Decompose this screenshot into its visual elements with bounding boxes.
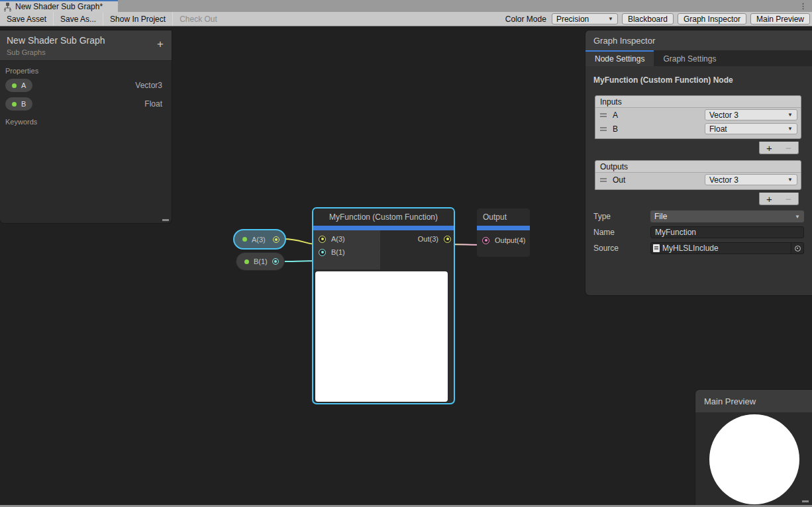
input-type-value: Vector 3 — [709, 111, 738, 120]
chevron-down-icon: ▼ — [608, 16, 613, 22]
chevron-down-icon: ▼ — [787, 126, 793, 132]
property-node-label: B(1) — [254, 257, 268, 265]
property-node-a[interactable]: A(3) — [233, 229, 286, 250]
graph-canvas[interactable]: A(3) B(1) MyFunction (Custom Function) A… — [0, 26, 812, 505]
toolbar-left-group: Save Asset Save As... Show In Project Ch… — [0, 12, 224, 26]
window-overflow-menu-icon[interactable]: ⋮ — [799, 1, 807, 11]
toolbar-right-group: Color Mode Precision ▼ Blackboard Graph … — [505, 12, 810, 26]
node-accent-stripe — [313, 226, 454, 230]
property-row[interactable]: A Vector3 — [0, 75, 172, 93]
node-preview-image — [315, 271, 448, 402]
custom-function-node[interactable]: MyFunction (Custom Function) A(3) B(1) O… — [312, 207, 455, 404]
input-row-a[interactable]: A Vector 3 ▼ — [595, 108, 801, 122]
main-preview-toggle-button[interactable]: Main Preview — [750, 13, 810, 24]
input-name: B — [613, 124, 705, 134]
input-type-value: Float — [709, 124, 727, 134]
port-label: B(1) — [331, 248, 345, 256]
port-label: Output(4) — [495, 236, 525, 244]
type-value: File — [654, 212, 667, 221]
drag-handle-icon[interactable] — [600, 127, 607, 131]
port-icon-float[interactable] — [319, 249, 326, 256]
add-output-button[interactable]: + — [766, 194, 772, 204]
document-tab-label: New Shader Sub Graph* — [15, 2, 103, 11]
property-type: Float — [144, 99, 162, 109]
save-as-button[interactable]: Save As... — [54, 12, 103, 26]
input-type-dropdown[interactable]: Vector 3 ▼ — [705, 109, 797, 120]
color-mode-dropdown[interactable]: Precision ▼ — [552, 13, 618, 24]
drag-handle-icon[interactable] — [600, 113, 607, 117]
blackboard-header: New Shader Sub Graph Sub Graphs + — [0, 30, 172, 61]
chevron-down-icon: ▼ — [787, 177, 793, 183]
graph-inspector-panel[interactable]: Graph Inspector Node Settings Graph Sett… — [585, 30, 812, 295]
remove-output-button[interactable]: − — [786, 194, 791, 204]
port-label: Out(3) — [418, 235, 438, 243]
name-field-row: Name MyFunction — [593, 226, 804, 238]
add-input-button[interactable]: + — [766, 143, 772, 153]
port-icon-vector3[interactable] — [319, 236, 326, 243]
property-pill[interactable]: A — [5, 79, 32, 92]
chevron-down-icon: ▼ — [787, 112, 793, 118]
source-object-field[interactable]: MyHLSLInclude — [650, 242, 804, 254]
port-icon-vector3[interactable] — [444, 236, 451, 243]
output-name: Out — [613, 175, 705, 185]
drag-handle-icon[interactable] — [600, 178, 607, 182]
tab-node-settings[interactable]: Node Settings — [585, 50, 654, 66]
property-row[interactable]: B Float — [0, 93, 172, 112]
color-mode-label: Color Mode — [505, 15, 548, 24]
blackboard-toggle-button[interactable]: Blackboard — [622, 13, 674, 24]
input-port-row: Output(4) — [482, 236, 530, 244]
keywords-section-label: Keywords — [0, 112, 172, 126]
check-out-button: Check Out — [173, 12, 224, 26]
node-accent-stripe — [477, 226, 530, 230]
property-type: Vector3 — [135, 81, 162, 90]
inputs-list-footer: + − — [759, 142, 799, 154]
inspected-node-title: MyFunction (Custom Function) Node — [585, 66, 812, 85]
remove-input-button[interactable]: − — [786, 143, 791, 153]
input-port-row: B(1) — [319, 248, 380, 256]
object-picker-icon — [795, 246, 801, 252]
output-type-value: Vector 3 — [709, 175, 738, 185]
main-preview-panel[interactable]: Main Preview — [695, 390, 812, 505]
input-type-dropdown[interactable]: Float ▼ — [705, 123, 797, 134]
output-row-out[interactable]: Out Vector 3 ▼ — [595, 173, 801, 187]
input-row-b[interactable]: B Float ▼ — [595, 122, 801, 136]
document-tab[interactable]: New Shader Sub Graph* — [0, 0, 118, 12]
source-field-row: Source MyHLSLInclude — [593, 242, 804, 254]
chevron-down-icon: ▼ — [795, 214, 800, 220]
node-input-ports: A(3) B(1) — [313, 230, 380, 269]
name-input[interactable]: MyFunction — [650, 226, 804, 238]
output-node[interactable]: Output Output(4) — [477, 208, 530, 257]
property-pill[interactable]: B — [5, 97, 32, 111]
port-icon-vector4[interactable] — [482, 237, 489, 244]
type-dropdown[interactable]: File ▼ — [650, 210, 804, 222]
show-in-project-button[interactable]: Show In Project — [103, 12, 172, 26]
source-value: MyHLSLInclude — [662, 244, 719, 253]
output-type-dropdown[interactable]: Vector 3 ▼ — [705, 174, 797, 185]
save-asset-button[interactable]: Save Asset — [0, 12, 53, 26]
node-title[interactable]: Output — [477, 208, 530, 226]
port-icon-float[interactable] — [272, 258, 279, 265]
port-icon-vector3[interactable] — [273, 236, 279, 243]
file-icon — [653, 244, 660, 252]
property-name: B — [21, 100, 26, 108]
blackboard-panel[interactable]: New Shader Sub Graph Sub Graphs + Proper… — [0, 30, 172, 223]
outputs-list-footer: + − — [759, 193, 799, 205]
graph-inspector-toggle-button[interactable]: Graph Inspector — [678, 13, 746, 24]
panel-resize-handle[interactable] — [162, 219, 169, 221]
tab-graph-settings[interactable]: Graph Settings — [654, 50, 725, 66]
node-title[interactable]: MyFunction (Custom Function) — [313, 208, 454, 226]
property-node-b[interactable]: B(1) — [236, 252, 285, 271]
name-value: MyFunction — [655, 228, 696, 237]
property-dot-icon — [244, 259, 249, 264]
node-port-section: A(3) B(1) Out(3) — [313, 230, 454, 269]
preview-sphere — [709, 414, 799, 504]
node-output-ports: Out(3) — [380, 230, 454, 269]
outputs-list-header: Outputs — [595, 161, 801, 173]
object-picker-button[interactable] — [791, 243, 803, 254]
port-label: A(3) — [331, 235, 345, 243]
property-name: A — [21, 81, 26, 89]
inspector-tab-bar: Node Settings Graph Settings — [585, 50, 812, 66]
add-property-button[interactable]: + — [157, 38, 164, 50]
panel-resize-handle[interactable] — [802, 500, 809, 502]
type-label: Type — [593, 212, 650, 221]
